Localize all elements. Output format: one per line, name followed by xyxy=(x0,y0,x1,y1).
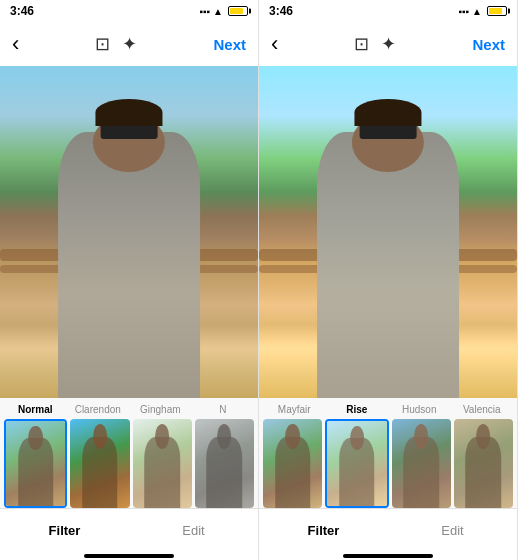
tab-filter-left[interactable]: Filter xyxy=(0,509,129,552)
bottom-tabs-right: Filter Edit xyxy=(259,508,517,552)
signal-icon-right: ▪▪▪ xyxy=(458,6,469,17)
crop-icon-left[interactable]: ⊡ xyxy=(95,33,110,55)
status-time-right: 3:46 xyxy=(269,4,293,18)
filter-name-rise[interactable]: Rise xyxy=(326,404,389,415)
filter-thumb-moon[interactable] xyxy=(195,419,254,508)
status-icons-left: ▪▪▪ ▲ xyxy=(199,6,248,17)
filter-names-right: Mayfair Rise Hudson Valencia xyxy=(259,404,517,415)
back-button-left[interactable]: ‹ xyxy=(12,33,19,55)
tab-edit-left[interactable]: Edit xyxy=(129,509,258,552)
filter-name-mayfair[interactable]: Mayfair xyxy=(263,404,326,415)
filter-name-gingham[interactable]: Gingham xyxy=(129,404,192,415)
crop-icon-right[interactable]: ⊡ xyxy=(354,33,369,55)
status-bar-right: 3:46 ▪▪▪ ▲ xyxy=(259,0,517,22)
filter-thumb-normal[interactable] xyxy=(4,419,67,508)
tab-edit-right[interactable]: Edit xyxy=(388,509,517,552)
filter-name-clarendon[interactable]: Clarendon xyxy=(67,404,130,415)
filter-strip-right: Mayfair Rise Hudson Valencia xyxy=(259,398,517,508)
wifi-icon-left: ▲ xyxy=(213,6,223,17)
wifi-icon-right: ▲ xyxy=(472,6,482,17)
toolbar-icons-right: ⊡ ✦ xyxy=(354,33,396,55)
bottom-tabs-left: Filter Edit xyxy=(0,508,258,552)
filter-thumbnails-right xyxy=(259,419,517,508)
battery-icon-left xyxy=(228,6,248,16)
photo-area-left xyxy=(0,66,258,398)
filter-thumb-valencia[interactable] xyxy=(454,419,513,508)
battery-icon-right xyxy=(487,6,507,16)
status-bar-left: 3:46 ▪▪▪ ▲ xyxy=(0,0,258,22)
back-button-right[interactable]: ‹ xyxy=(271,33,278,55)
filter-thumb-clarendon[interactable] xyxy=(70,419,129,508)
filter-name-valencia[interactable]: Valencia xyxy=(451,404,514,415)
status-time-left: 3:46 xyxy=(10,4,34,18)
filter-thumbnails-left xyxy=(0,419,258,508)
filter-thumb-mayfair[interactable] xyxy=(263,419,322,508)
magic-wand-icon-right[interactable]: ✦ xyxy=(381,33,396,55)
filter-thumb-rise[interactable] xyxy=(325,419,388,508)
home-bar-left xyxy=(84,554,174,558)
left-panel: 3:46 ▪▪▪ ▲ ‹ ⊡ ✦ Next xyxy=(0,0,259,560)
signal-icon-left: ▪▪▪ xyxy=(199,6,210,17)
toolbar-left: ‹ ⊡ ✦ Next xyxy=(0,22,258,66)
home-bar-right xyxy=(343,554,433,558)
next-button-left[interactable]: Next xyxy=(213,36,246,53)
filter-thumb-gingham[interactable] xyxy=(133,419,192,508)
filter-thumb-hudson[interactable] xyxy=(392,419,451,508)
right-panel: 3:46 ▪▪▪ ▲ ‹ ⊡ ✦ Next xyxy=(259,0,518,560)
photo-content-left xyxy=(0,66,258,398)
photo-area-right xyxy=(259,66,517,398)
tab-filter-right[interactable]: Filter xyxy=(259,509,388,552)
filter-name-normal[interactable]: Normal xyxy=(4,404,67,415)
home-indicator-right xyxy=(259,552,517,560)
magic-wand-icon-left[interactable]: ✦ xyxy=(122,33,137,55)
next-button-right[interactable]: Next xyxy=(472,36,505,53)
status-icons-right: ▪▪▪ ▲ xyxy=(458,6,507,17)
toolbar-right: ‹ ⊡ ✦ Next xyxy=(259,22,517,66)
photo-content-right xyxy=(259,66,517,398)
filter-name-hudson[interactable]: Hudson xyxy=(388,404,451,415)
filter-strip-left: Normal Clarendon Gingham N xyxy=(0,398,258,508)
filter-names-left: Normal Clarendon Gingham N xyxy=(0,404,258,415)
home-indicator-left xyxy=(0,552,258,560)
filter-name-moon[interactable]: N xyxy=(192,404,255,415)
toolbar-icons-left: ⊡ ✦ xyxy=(95,33,137,55)
